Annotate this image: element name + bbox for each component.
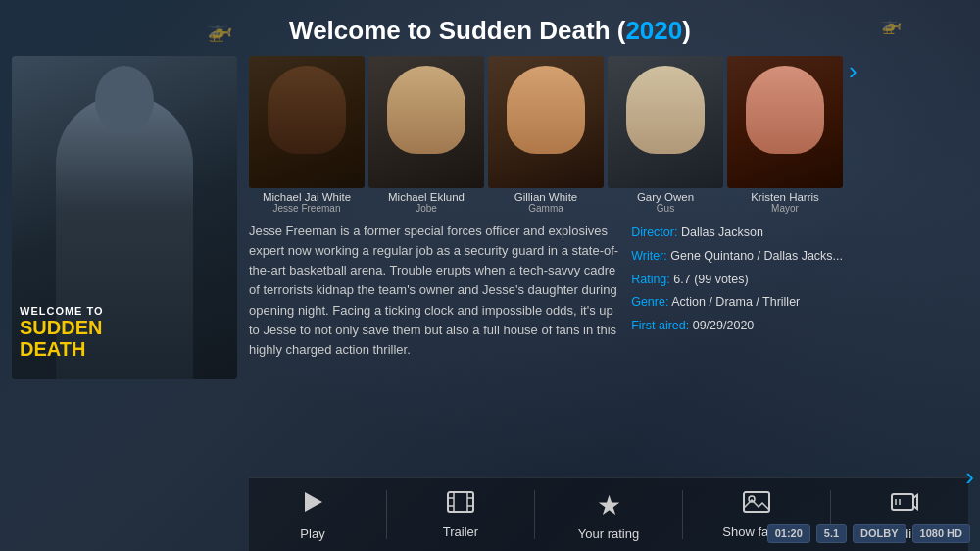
title-main: Welcome to Sudden Death — [289, 16, 610, 45]
dolby-badge: DOLBY — [853, 524, 906, 543]
audio-badge: 5.1 — [816, 524, 847, 543]
person-head — [95, 66, 154, 134]
writer-label: Writer: — [631, 249, 667, 263]
cast-name-3: Gillian White — [488, 191, 604, 203]
genre-value: Action / Drama / Thriller — [671, 295, 800, 309]
first-aired-row: First aired: 09/29/2020 — [631, 315, 968, 338]
cast-face-4 — [626, 66, 705, 154]
your-rating-label: Your rating — [578, 526, 639, 541]
trailer-icon — [447, 490, 474, 520]
separator-3 — [682, 490, 683, 539]
cast-photo-5 — [727, 56, 843, 188]
svg-rect-8 — [744, 492, 769, 512]
director-label: Director: — [631, 225, 677, 239]
cast-name-5: Kristen Harris — [727, 191, 843, 203]
metadata-column: Director: Dallas Jackson Writer: Gene Qu… — [631, 222, 968, 466]
poster-title: WELCOME TO SUDDENDEATH — [20, 305, 104, 360]
rating-row: Rating: 6.7 (99 votes) — [631, 269, 968, 292]
cast-photo-4 — [608, 56, 723, 188]
play-label: Play — [300, 526, 324, 541]
writer-value: Gene Quintano / Dallas Jacks... — [670, 249, 843, 263]
bottom-badges: 01:20 5.1 DOLBY 1080 HD — [767, 524, 970, 543]
cast-role-1: Jesse Freeman — [249, 203, 365, 214]
cast-role-3: Gamma — [488, 203, 604, 214]
svg-marker-0 — [305, 492, 322, 512]
poster-column: WELCOME TO SUDDENDEATH — [12, 56, 237, 551]
cast-role-5: Mayor — [727, 203, 843, 214]
main-container: Welcome to Sudden Death (2020) WELCOME T… — [0, 0, 980, 551]
cast-item-2: Michael Eklund Jobe — [368, 56, 484, 214]
page-title: Welcome to Sudden Death (2020) — [0, 16, 980, 46]
director-icon — [891, 488, 918, 522]
description-text: Jesse Freeman is a former special forces… — [249, 222, 619, 360]
cast-face-1 — [268, 66, 346, 154]
play-button[interactable]: Play — [259, 488, 367, 541]
rating-value: 6.7 (99 votes) — [673, 273, 748, 286]
cast-photo-2 — [368, 56, 484, 188]
cast-face-5 — [746, 66, 824, 154]
director-value: Dallas Jackson — [681, 225, 763, 239]
content-area: WELCOME TO SUDDENDEATH Michael Jai White… — [0, 56, 980, 551]
cast-role-2: Jobe — [368, 203, 484, 214]
fanart-icon — [743, 490, 770, 520]
svg-rect-1 — [448, 492, 473, 512]
description-column: Jesse Freeman is a former special forces… — [249, 222, 619, 466]
cast-item-1: Michael Jai White Jesse Freeman — [249, 56, 365, 214]
genre-row: Genre: Action / Drama / Thriller — [631, 291, 968, 315]
star-icon: ★ — [597, 489, 621, 522]
cast-next-button[interactable]: › — [847, 56, 858, 125]
runtime-badge: 01:20 — [767, 524, 810, 543]
content-next-button[interactable]: › — [965, 462, 974, 492]
title-year: 2020 — [625, 16, 682, 45]
cast-photo-1 — [249, 56, 365, 188]
cast-row: Michael Jai White Jesse Freeman Michael … — [249, 56, 968, 214]
separator-2 — [534, 490, 535, 539]
separator-1 — [386, 490, 387, 539]
cast-face-3 — [507, 66, 585, 154]
first-aired-value: 09/29/2020 — [693, 319, 755, 332]
your-rating-button[interactable]: ★ Your rating — [555, 489, 662, 541]
cast-name-1: Michael Jai White — [249, 191, 365, 203]
genre-label: Genre: — [631, 295, 668, 309]
cast-name-2: Michael Eklund — [368, 191, 484, 203]
cast-face-2 — [387, 66, 466, 154]
poster-welcome-text: WELCOME TO — [20, 305, 104, 317]
trailer-label: Trailer — [443, 525, 478, 539]
cast-item-3: Gillian White Gamma — [488, 56, 604, 214]
cast-name-4: Gary Owen — [608, 191, 723, 203]
movie-poster: WELCOME TO SUDDENDEATH — [12, 56, 237, 379]
cast-role-4: Gus — [608, 203, 723, 214]
rating-label: Rating: — [631, 273, 670, 286]
mid-row: Jesse Freeman is a former special forces… — [249, 222, 968, 466]
cast-photo-3 — [488, 56, 604, 188]
right-panel: Michael Jai White Jesse Freeman Michael … — [249, 56, 968, 551]
play-icon — [299, 488, 326, 522]
trailer-button[interactable]: Trailer — [407, 490, 514, 539]
director-row: Director: Dallas Jackson — [631, 222, 968, 245]
title-bar: Welcome to Sudden Death (2020) — [0, 10, 980, 56]
poster-movie-title: SUDDENDEATH — [20, 317, 104, 360]
cast-item-5: Kristen Harris Mayor — [727, 56, 843, 214]
writer-row: Writer: Gene Quintano / Dallas Jacks... — [631, 245, 968, 269]
hd-badge: 1080 HD — [912, 524, 970, 543]
cast-item-4: Gary Owen Gus — [608, 56, 723, 214]
first-aired-label: First aired: — [631, 319, 689, 332]
